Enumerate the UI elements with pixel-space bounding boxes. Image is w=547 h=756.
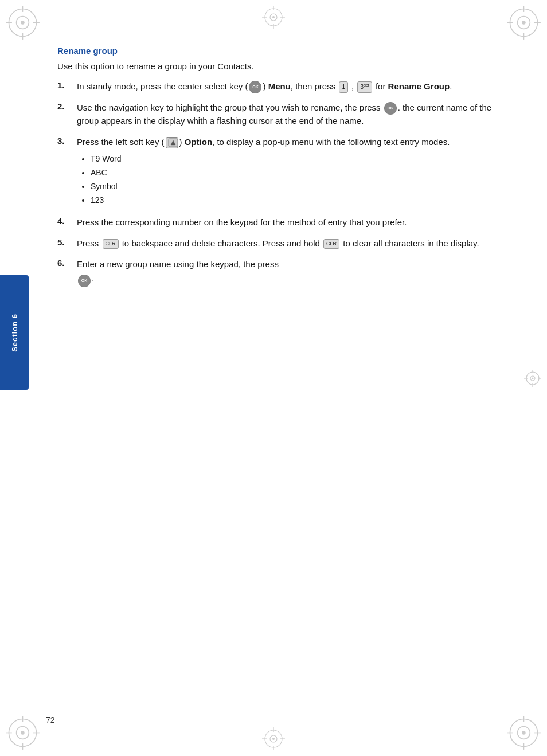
svg-point-17: [17, 727, 29, 739]
intro-paragraph: Use this option to rename a group in you…: [57, 61, 501, 71]
key-1-icon: 1: [339, 81, 348, 92]
text-entry-modes-list: T9 Word ABC Symbol 123: [91, 153, 501, 206]
svg-point-52: [530, 376, 535, 381]
step-5: 5. Press CLR to backspace and delete cha…: [57, 237, 501, 250]
step-4-content: Press the corresponding number on the ke…: [77, 216, 501, 229]
svg-point-38: [270, 735, 277, 742]
step-6-number: 6.: [57, 258, 75, 268]
svg-point-39: [272, 738, 275, 740]
steps-list: 1. In standy mode, press the center sele…: [57, 80, 501, 287]
clr-key-icon-2: CLR: [323, 239, 339, 249]
step-3-content: Press the left soft key ( ) Option, to d…: [77, 136, 501, 209]
svg-point-25: [522, 731, 526, 735]
step-2-number: 2.: [57, 101, 75, 111]
ok-key-icon-1: [249, 81, 261, 93]
step-5-number: 5.: [57, 237, 75, 247]
corner-decoration-br: [507, 716, 541, 750]
svg-point-0: [9, 9, 36, 36]
svg-point-2: [21, 21, 25, 25]
mode-t9word: T9 Word: [91, 153, 501, 165]
svg-point-30: [265, 9, 282, 26]
mode-abc: ABC: [91, 167, 501, 179]
page-number: 72: [46, 715, 55, 724]
svg-point-53: [532, 377, 534, 379]
key-3-icon: 3def: [357, 81, 372, 92]
option-key-icon: [166, 137, 178, 148]
step-6: 6. Enter a new group name using the keyp…: [57, 258, 501, 287]
svg-point-32: [272, 16, 275, 18]
mode-symbol: Symbol: [91, 181, 501, 193]
step-1-number: 1.: [57, 80, 75, 90]
ok-key-icon-2: [384, 102, 397, 115]
step-3: 3. Press the left soft key ( ) Option, t…: [57, 136, 501, 209]
svg-point-10: [518, 17, 530, 29]
svg-point-51: [526, 372, 539, 385]
svg-point-16: [9, 719, 36, 746]
section-tab-label: Section 6: [10, 314, 19, 352]
step-4-number: 4.: [57, 216, 75, 226]
step-1-content: In standy mode, press the center select …: [77, 80, 501, 93]
step-5-content: Press CLR to backspace and delete charac…: [77, 237, 501, 250]
step-1: 1. In standy mode, press the center sele…: [57, 80, 501, 93]
svg-point-9: [510, 9, 537, 36]
svg-point-23: [510, 719, 537, 746]
page-heading: Rename group: [57, 46, 501, 56]
section-tab: Section 6: [0, 275, 29, 390]
svg-point-24: [518, 727, 530, 739]
center-bottom-decoration: [262, 727, 285, 750]
side-right-decoration: [524, 370, 541, 387]
step-6-content: Enter a new group name using the keypad,…: [77, 258, 501, 287]
svg-point-1: [17, 17, 29, 29]
corner-decoration-tr: [507, 6, 541, 40]
mode-123: 123: [91, 194, 501, 206]
corner-decoration-tl: [6, 6, 40, 40]
step-2-content: Use the navigation key to highlight the …: [77, 101, 501, 128]
step-4: 4. Press the corresponding number on the…: [57, 216, 501, 229]
clr-key-icon-1: CLR: [103, 239, 119, 249]
corner-decoration-bl: [6, 716, 40, 750]
step-3-number: 3.: [57, 136, 75, 146]
step-2: 2. Use the navigation key to highlight t…: [57, 101, 501, 128]
ok-key-icon-3: [78, 275, 91, 287]
svg-point-18: [21, 731, 25, 735]
svg-point-37: [265, 730, 282, 747]
svg-point-31: [270, 14, 277, 21]
center-top-decoration: [262, 6, 285, 29]
main-content: Rename group Use this option to rename a…: [57, 46, 501, 287]
svg-point-11: [522, 21, 526, 25]
